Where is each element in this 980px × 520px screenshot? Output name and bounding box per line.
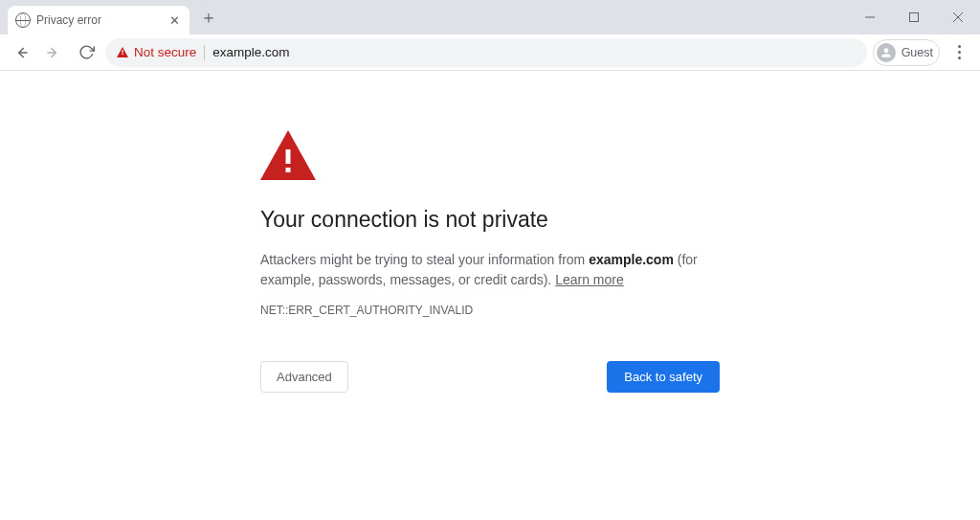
kebab-menu-button[interactable]: [946, 39, 972, 66]
profile-label: Guest: [902, 46, 933, 59]
ssl-interstitial: Your connection is not private Attackers…: [0, 71, 980, 393]
browser-tab[interactable]: Privacy error ✕: [8, 6, 189, 34]
warning-icon: [260, 130, 316, 180]
new-tab-button[interactable]: ＋: [195, 4, 222, 31]
button-row: Advanced Back to safety: [260, 361, 720, 393]
learn-more-link[interactable]: Learn more: [555, 272, 624, 287]
avatar-icon: [877, 43, 896, 62]
minimize-button[interactable]: [848, 0, 892, 34]
globe-icon: [15, 12, 31, 28]
svg-rect-7: [286, 149, 291, 164]
divider: [204, 45, 205, 60]
toolbar: Not secure example.com Guest: [0, 34, 980, 71]
titlebar: Privacy error ✕ ＋: [0, 0, 980, 34]
address-bar[interactable]: Not secure example.com: [105, 38, 867, 67]
kebab-icon: [958, 45, 961, 59]
advanced-button[interactable]: Advanced: [260, 361, 348, 393]
close-tab-button[interactable]: ✕: [167, 12, 182, 28]
interstitial-content: Your connection is not private Attackers…: [260, 130, 720, 393]
tab-title: Privacy error: [36, 13, 161, 27]
security-chip[interactable]: Not secure: [117, 45, 196, 59]
body-host: example.com: [589, 252, 674, 267]
url-text: example.com: [212, 45, 289, 59]
profile-chip[interactable]: Guest: [873, 39, 940, 66]
forward-button[interactable]: [40, 39, 67, 66]
warning-triangle-icon: [117, 47, 128, 57]
security-label: Not secure: [134, 45, 196, 59]
window-controls: [848, 0, 980, 34]
back-to-safety-button[interactable]: Back to safety: [607, 361, 720, 393]
tab-strip: Privacy error ✕ ＋: [0, 0, 222, 34]
close-window-button[interactable]: [936, 0, 980, 34]
reload-button[interactable]: [73, 39, 100, 66]
back-button[interactable]: [8, 39, 34, 66]
svg-rect-8: [286, 168, 291, 172]
maximize-button[interactable]: [892, 0, 936, 34]
body-prefix: Attackers might be trying to steal your …: [260, 252, 589, 267]
page-heading: Your connection is not private: [260, 207, 720, 233]
svg-rect-1: [910, 13, 919, 22]
error-code: NET::ERR_CERT_AUTHORITY_INVALID: [260, 304, 720, 317]
body-text: Attackers might be trying to steal your …: [260, 250, 720, 290]
